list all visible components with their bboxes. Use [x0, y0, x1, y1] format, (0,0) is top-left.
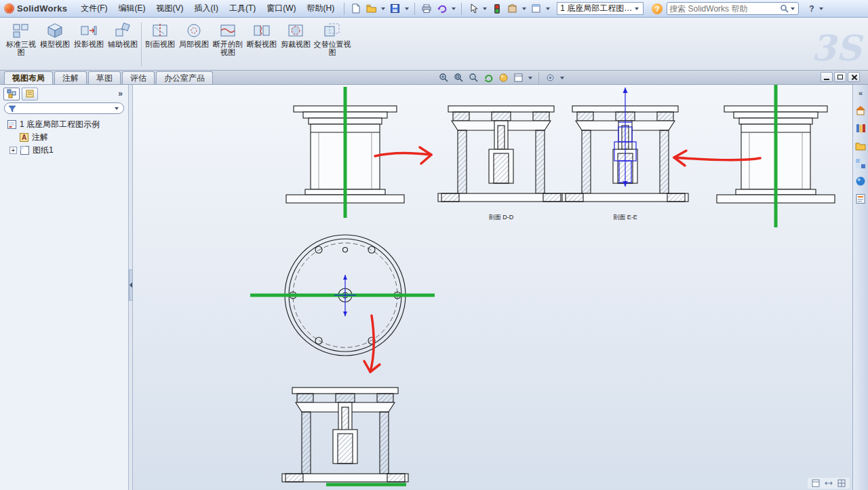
- appearance-icon[interactable]: [497, 72, 510, 84]
- model-view-button[interactable]: 模型视图: [38, 20, 72, 69]
- select-dropdown-caret[interactable]: [483, 7, 487, 10]
- view-section-bottom[interactable]: [282, 388, 408, 482]
- options-box-icon[interactable]: [505, 1, 519, 16]
- button-label: 局部视图: [179, 40, 209, 48]
- pan-arrows-icon[interactable]: [825, 479, 833, 487]
- tree-annotations-row[interactable]: A 注解: [1, 131, 127, 144]
- red-annotation-arrows[interactable]: [364, 147, 760, 372]
- view-settings-icon[interactable]: [544, 72, 557, 84]
- view-palette-icon[interactable]: [855, 157, 867, 169]
- help-menu[interactable]: ?: [807, 4, 816, 14]
- tab-annotation[interactable]: 注解: [54, 71, 87, 84]
- search-scope-caret[interactable]: [791, 7, 795, 10]
- view-section-dd[interactable]: [438, 106, 564, 202]
- undo-icon[interactable]: [435, 1, 449, 16]
- sheet-display-caret[interactable]: [528, 77, 532, 79]
- search-icon[interactable]: [780, 4, 789, 14]
- redraw-icon[interactable]: [482, 72, 495, 84]
- rebuild-traffic-icon[interactable]: [490, 1, 504, 16]
- custom-properties-icon[interactable]: [855, 193, 867, 204]
- document-window-controls: [821, 72, 860, 82]
- design-library-icon[interactable]: [855, 122, 867, 134]
- save-dropdown-caret[interactable]: [405, 7, 409, 10]
- projected-view-button[interactable]: 投影视图: [72, 20, 106, 69]
- property-manager-tab[interactable]: [22, 88, 38, 100]
- tree-expander-icon[interactable]: +: [9, 147, 17, 154]
- open-dropdown-caret[interactable]: [381, 7, 385, 10]
- menu-tools[interactable]: 工具(T): [224, 0, 261, 17]
- menu-insert[interactable]: 插入(I): [189, 0, 224, 17]
- detail-view-button[interactable]: 局部视图: [177, 20, 211, 69]
- close-button[interactable]: [848, 72, 860, 82]
- main-area: » 1 底座局部工程图示例 A 注解 + 图纸1: [0, 85, 868, 490]
- menu-edit[interactable]: 编辑(E): [113, 0, 151, 17]
- menu-view[interactable]: 视图(V): [151, 0, 189, 17]
- open-folder-icon[interactable]: [364, 1, 378, 16]
- search-box[interactable]: [667, 2, 799, 15]
- section-view-button[interactable]: 剖面视图: [143, 20, 177, 69]
- feature-tree-icon: [7, 89, 16, 98]
- sheet-icon: [20, 145, 30, 155]
- panel-expand-chevrons[interactable]: »: [118, 89, 125, 98]
- view-toolbar-separator: [538, 72, 539, 84]
- menu-file[interactable]: 文件(F): [75, 0, 113, 17]
- document-title: 1 底座局部工程图…: [560, 3, 633, 14]
- zoom-to-fit-icon[interactable]: [452, 72, 465, 84]
- search-input[interactable]: [669, 4, 780, 14]
- options-dropdown-caret[interactable]: [522, 7, 526, 10]
- zoom-to-area-icon[interactable]: [467, 72, 480, 84]
- filter-combo-caret: [115, 107, 119, 110]
- section-view-icon: [151, 22, 169, 39]
- menu-window[interactable]: 窗口(W): [261, 0, 301, 17]
- appearances-scenes-icon[interactable]: [855, 175, 867, 187]
- help-dropdown-caret[interactable]: [819, 7, 823, 10]
- commandmanager-tabstrip: 视图布局 注解 草图 评估 办公室产品: [0, 71, 868, 85]
- button-label: 断裂视图: [247, 40, 277, 48]
- new-document-icon[interactable]: [349, 1, 363, 16]
- tab-view-layout[interactable]: 视图布局: [4, 71, 53, 84]
- tab-evaluate[interactable]: 评估: [122, 71, 155, 84]
- undo-dropdown-caret[interactable]: [452, 7, 456, 10]
- task-pane-expand-icon[interactable]: «: [859, 89, 863, 97]
- drawing-sheet[interactable]: 剖面 D-D 剖面 E-E: [133, 85, 852, 490]
- tab-office-products[interactable]: 办公室产品: [156, 71, 213, 84]
- restore-button[interactable]: [834, 72, 846, 82]
- print-icon[interactable]: [419, 1, 433, 16]
- standard-3-view-button[interactable]: 标准三视图: [4, 20, 38, 69]
- broken-out-section-button[interactable]: 断开的剖视图: [211, 20, 245, 69]
- solidworks-resources-icon[interactable]: [855, 105, 867, 116]
- help-bubble-icon[interactable]: ?: [652, 3, 663, 14]
- save-icon[interactable]: [388, 1, 402, 16]
- auxiliary-view-icon: [114, 22, 132, 39]
- sheet-display-icon[interactable]: [512, 72, 525, 84]
- crop-view-button[interactable]: 剪裁视图: [279, 20, 313, 69]
- toolbar-separator: [344, 3, 344, 15]
- document-combo-caret: [635, 7, 639, 10]
- file-explorer-icon[interactable]: [855, 140, 867, 151]
- standard-3-view-icon: [12, 22, 30, 39]
- auxiliary-view-button[interactable]: 辅助视图: [106, 20, 140, 69]
- tree-sheet-row[interactable]: + 图纸1: [1, 144, 127, 157]
- zoom-in-icon[interactable]: [437, 72, 450, 84]
- canvas-mini-toolbar: [808, 478, 850, 489]
- drawing-canvas[interactable]: 剖面 D-D 剖面 E-E: [133, 85, 852, 490]
- sheet-dropdown-caret[interactable]: [546, 7, 550, 10]
- toolbar-separator: [414, 3, 415, 15]
- minimize-button[interactable]: [821, 72, 833, 82]
- feature-manager-tab[interactable]: [3, 88, 20, 100]
- tab-sketch[interactable]: 草图: [88, 71, 121, 84]
- document-title-combo[interactable]: 1 底座局部工程图…: [557, 2, 644, 15]
- grid-icon[interactable]: [837, 479, 846, 487]
- title-bar: SolidWorks 文件(F) 编辑(E) 视图(V) 插入(I) 工具(T)…: [0, 0, 868, 18]
- sheet-properties-icon[interactable]: [529, 1, 543, 16]
- filter-funnel-icon: [8, 105, 16, 113]
- sheet-tab-icon[interactable]: [812, 479, 820, 487]
- menu-bar: 文件(F) 编辑(E) 视图(V) 插入(I) 工具(T) 窗口(W) 帮助(H…: [75, 0, 340, 17]
- break-view-button[interactable]: 断裂视图: [245, 20, 279, 69]
- tree-filter-combo[interactable]: [4, 102, 124, 114]
- alternate-position-view-button[interactable]: 交替位置视图: [313, 20, 352, 69]
- tree-root-row[interactable]: 1 底座局部工程图示例: [1, 118, 127, 131]
- view-settings-caret[interactable]: [560, 77, 564, 79]
- select-pointer-icon[interactable]: [466, 1, 480, 16]
- menu-help[interactable]: 帮助(H): [302, 0, 340, 17]
